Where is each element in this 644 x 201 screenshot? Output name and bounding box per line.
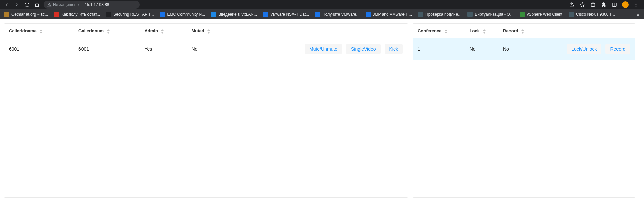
sort-icon <box>107 29 110 34</box>
address-bar[interactable]: Не защищено 15.1.1.193:88 <box>44 1 140 9</box>
bookmarks-overflow[interactable]: » <box>634 12 642 17</box>
col-label: Calleridnum <box>78 28 104 34</box>
bookmark-label: Getmanat.org ~ вс... <box>11 12 48 17</box>
col-record[interactable]: Record <box>498 24 538 38</box>
bookmark-label: Виртуализация - О... <box>475 12 513 17</box>
col-calleridname[interactable]: Calleridname <box>4 24 74 38</box>
col-muted[interactable]: Muted <box>186 24 232 38</box>
favicon <box>569 12 574 17</box>
bookmark-item[interactable]: Securing REST APIs... <box>104 11 156 18</box>
bookmark-item[interactable]: Cisco Nexus 9300 s... <box>567 11 617 18</box>
sort-icon <box>445 29 447 34</box>
svg-point-6 <box>636 4 637 5</box>
sort-icon <box>207 29 210 34</box>
favicon <box>418 12 423 17</box>
svg-rect-2 <box>593 2 594 3</box>
col-label: Record <box>503 28 518 34</box>
sort-icon <box>161 29 164 34</box>
favicon <box>4 12 9 17</box>
conferences-table: Conference Lock Record 1 <box>413 24 635 60</box>
cell-admin: Yes <box>140 38 186 60</box>
sort-icon <box>483 29 486 34</box>
favicon <box>520 12 525 17</box>
svg-marker-0 <box>580 2 584 7</box>
bookmark-item[interactable]: VMware NSX-T Dat... <box>261 11 311 18</box>
kick-button[interactable]: Kick <box>385 44 403 54</box>
bookmark-label: vSphere Web Client <box>527 12 563 17</box>
cell-calleridnum: 6001 <box>74 38 140 60</box>
svg-point-7 <box>636 6 637 7</box>
participants-table: Calleridname Calleridnum Admin Muted <box>4 24 408 60</box>
forward-button[interactable] <box>12 0 21 9</box>
col-label: Muted <box>191 28 204 34</box>
table-row[interactable]: 1 No No Lock/Unlock Record <box>413 38 635 60</box>
bookmark-label: Введение в VxLAN... <box>218 12 257 17</box>
omnibox-divider <box>82 2 82 7</box>
cell-calleridname: 6001 <box>4 38 74 60</box>
svg-point-5 <box>636 3 637 4</box>
table-row: 6001 6001 Yes No Mute/Unmute SingleVideo… <box>4 38 408 60</box>
favicon <box>366 12 371 17</box>
security-text: Не защищено <box>53 2 79 7</box>
favicon <box>106 12 111 17</box>
bookmark-item[interactable]: EMC Community N... <box>158 11 207 18</box>
bookmark-item[interactable]: JMP and VMware H... <box>364 11 414 18</box>
favicon <box>211 12 216 17</box>
favicon <box>160 12 165 17</box>
extensions-icon[interactable] <box>588 0 598 9</box>
svg-rect-1 <box>591 3 595 6</box>
col-lock[interactable]: Lock <box>465 24 498 38</box>
bookmark-item[interactable]: Проверка подлин... <box>416 11 463 18</box>
col-conference[interactable]: Conference <box>413 24 465 38</box>
cell-conference: 1 <box>413 38 465 60</box>
bookmark-label: JMP and VMware H... <box>373 12 412 17</box>
mute-button[interactable]: Mute/Unmute <box>305 44 342 54</box>
browser-toolbar: Не защищено 15.1.1.193:88 <box>0 0 644 9</box>
bookmark-label: Securing REST APIs... <box>113 12 154 17</box>
menu-icon[interactable] <box>631 0 641 9</box>
col-label: Conference <box>418 28 442 34</box>
home-button[interactable] <box>32 0 42 9</box>
bookmark-item[interactable]: Введение в VxLAN... <box>209 11 259 18</box>
toolbar-actions <box>567 0 642 9</box>
security-indicator[interactable]: Не защищено <box>47 2 79 7</box>
sidepanel-icon[interactable] <box>610 0 619 9</box>
favicon <box>54 12 59 17</box>
svg-rect-3 <box>612 3 616 7</box>
cell-record: No <box>498 38 538 60</box>
bookmarks-bar: Getmanat.org ~ вс...Как получить остат..… <box>0 9 644 19</box>
bookmark-label: Проверка подлин... <box>425 12 461 17</box>
favicon <box>315 12 320 17</box>
bookmark-item[interactable]: Getmanat.org ~ вс... <box>2 11 50 18</box>
bookmark-label: Получите VMware... <box>322 12 359 17</box>
participants-panel: Calleridname Calleridnum Admin Muted <box>4 23 408 198</box>
warning-icon <box>47 2 52 7</box>
lock-button[interactable]: Lock/Unlock <box>567 44 601 54</box>
record-button[interactable]: Record <box>605 44 630 54</box>
favicon <box>467 12 473 17</box>
bookmark-label: Как получить остат... <box>61 12 100 17</box>
reload-button[interactable] <box>22 0 32 9</box>
back-button[interactable] <box>2 0 11 9</box>
conferences-panel: Conference Lock Record 1 <box>413 23 635 198</box>
sort-icon <box>521 29 524 34</box>
sort-icon <box>40 29 42 34</box>
favicon <box>263 12 268 17</box>
bookmark-star-icon[interactable] <box>578 0 587 9</box>
singlevideo-button[interactable]: SingleVideo <box>346 44 380 54</box>
bookmark-label: Cisco Nexus 9300 s... <box>576 12 615 17</box>
profile-avatar[interactable] <box>621 0 630 9</box>
bookmark-label: VMware NSX-T Dat... <box>270 12 309 17</box>
bookmark-item[interactable]: Как получить остат... <box>52 11 102 18</box>
col-calleridnum[interactable]: Calleridnum <box>74 24 140 38</box>
bookmark-label: EMC Community N... <box>167 12 205 17</box>
bookmark-item[interactable]: Виртуализация - О... <box>465 11 515 18</box>
page-content: Calleridname Calleridnum Admin Muted <box>0 19 644 201</box>
puzzle-icon[interactable] <box>599 0 608 9</box>
bookmark-item[interactable]: vSphere Web Client <box>518 11 565 18</box>
col-admin[interactable]: Admin <box>140 24 186 38</box>
share-icon[interactable] <box>567 0 576 9</box>
cell-muted: No <box>186 38 232 60</box>
bookmark-item[interactable]: Получите VMware... <box>313 11 361 18</box>
col-label: Admin <box>144 28 158 34</box>
